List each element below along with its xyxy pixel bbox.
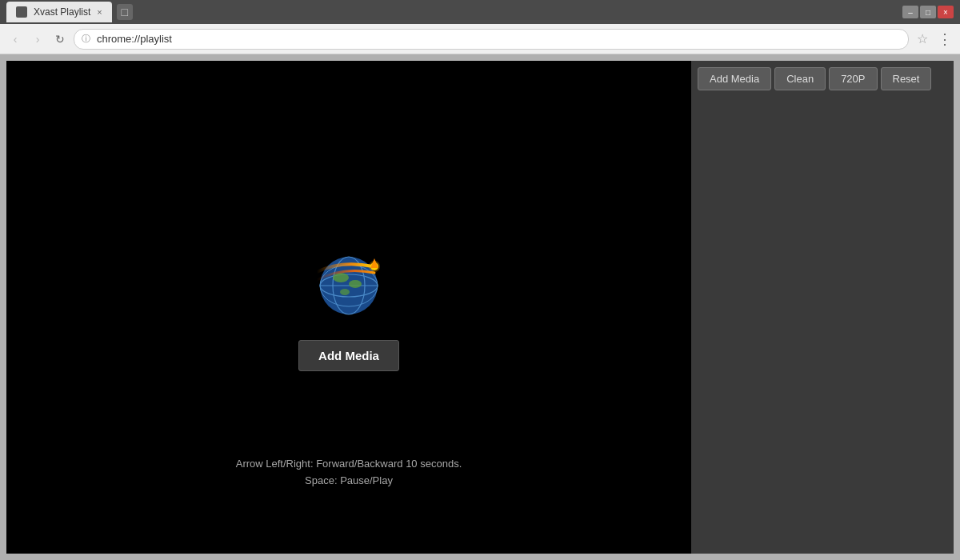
clean-button[interactable]: Clean <box>774 67 826 90</box>
close-button[interactable]: × <box>938 6 954 18</box>
tab-close-button[interactable]: × <box>97 7 102 17</box>
new-tab-button[interactable]: □ <box>117 4 133 20</box>
forward-button[interactable]: › <box>29 30 46 48</box>
address-input[interactable] <box>74 29 909 50</box>
resolution-button[interactable]: 720P <box>829 67 877 90</box>
maximize-button[interactable]: □ <box>920 6 936 18</box>
logo-container: Add Media <box>298 244 399 371</box>
back-button[interactable]: ‹ <box>6 30 24 48</box>
chrome-menu-button[interactable]: ⋮ <box>936 30 954 48</box>
svg-point-6 <box>349 280 362 288</box>
tab-favicon <box>16 6 27 18</box>
browser-tab[interactable]: Xvast Playlist × <box>6 2 112 22</box>
refresh-button[interactable]: ↻ <box>51 30 69 48</box>
keyboard-hints: Arrow Left/Right: Forward/Backward 10 se… <box>236 456 462 490</box>
minimize-button[interactable]: – <box>902 6 918 18</box>
app-logo <box>309 244 389 324</box>
reset-button[interactable]: Reset <box>881 67 932 90</box>
main-content: Add Media Arrow Left/Right: Forward/Back… <box>0 54 960 560</box>
player-area: Add Media Arrow Left/Right: Forward/Back… <box>6 61 691 554</box>
svg-point-7 <box>340 289 350 295</box>
tab-title: Xvast Playlist <box>34 6 90 18</box>
playlist-content <box>691 97 954 554</box>
add-media-center-button[interactable]: Add Media <box>298 340 399 371</box>
hint-line2: Space: Pause/Play <box>236 473 462 490</box>
hint-line1: Arrow Left/Right: Forward/Backward 10 se… <box>236 456 462 473</box>
bookmark-button[interactable]: ☆ <box>914 30 931 48</box>
address-bar: ‹ › ↻ ⓘ ☆ ⋮ <box>0 24 960 54</box>
title-bar-left: Xvast Playlist × □ <box>6 2 133 22</box>
add-media-button[interactable]: Add Media <box>698 67 771 90</box>
svg-point-5 <box>333 273 349 282</box>
title-bar: Xvast Playlist × □ – □ × <box>0 0 960 24</box>
svg-point-10 <box>369 261 380 272</box>
window-controls: – □ × <box>902 6 954 18</box>
sidebar: Add Media Clean 720P Reset <box>691 61 954 554</box>
lock-icon: ⓘ <box>82 33 90 45</box>
address-wrapper: ⓘ <box>74 29 909 50</box>
sidebar-toolbar: Add Media Clean 720P Reset <box>691 61 954 97</box>
